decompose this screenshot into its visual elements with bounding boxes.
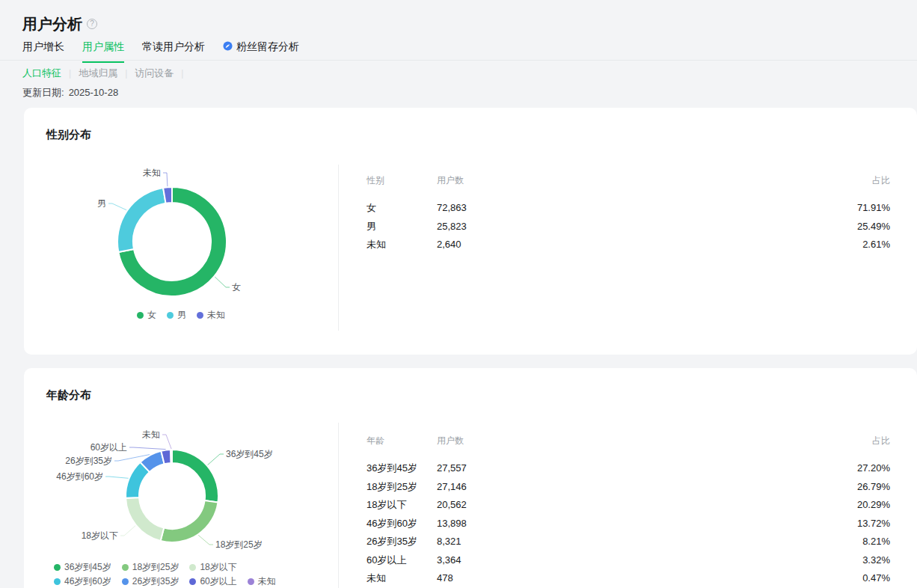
table-cell: 26岁到35岁 [367,533,437,551]
donut-slice[interactable] [161,500,218,542]
table-cell: 0.47% [862,569,890,588]
vertical-divider [338,165,339,331]
slice-label: 18岁以下 [82,530,118,541]
donut-slice[interactable] [117,188,166,252]
tab-label: 常读用户分析 [142,40,205,54]
gender-table: 性别用户数占比女72,86371.91%男25,82325.49%未知2,640… [367,174,890,254]
subtab-2[interactable]: 访问设备 [135,67,174,80]
slice-label: 未知 [142,429,160,440]
slice-label: 18岁到25岁 [215,539,263,550]
table-cell: 26.79% [857,478,890,497]
donut-slice[interactable] [171,450,172,463]
tab-label: 用户属性 [82,40,124,54]
legend-dot-icon [54,564,61,571]
table-cell: 36岁到45岁 [367,459,437,478]
table-row: 18岁到25岁27,14626.79% [367,478,890,497]
table-cell: 25,823 [437,218,527,236]
gender-distribution-card: 性别分布 女男未知 女男未知 性别用户数占比女72,86371.91%男25,8… [24,108,917,355]
table-cell: 2.61% [862,236,890,254]
slice-label: 60岁以上 [91,442,127,453]
column-header: 占比 [872,434,890,447]
table-cell: 未知 [367,236,437,254]
legend-label: 36岁到45岁 [64,561,111,574]
legend-item[interactable]: 60岁以上 [189,575,236,588]
age-donut-chart[interactable]: 36岁到45岁18岁到25岁18岁以下46岁到60岁26岁到35岁60岁以上未知 [24,368,338,588]
label-line [129,447,166,450]
sub-tabs: 人口特征|地域归属|访问设备| [22,67,191,80]
column-header: 用户数 [437,434,527,447]
slice-label: 26岁到35岁 [65,456,112,466]
legend-item[interactable]: 未知 [248,575,276,588]
legend-dot-icon [122,564,129,571]
legend-item[interactable]: 男 [167,309,186,322]
legend-label: 男 [177,309,186,322]
table-cell: 478 [437,569,527,588]
table-cell: 27,557 [437,459,527,478]
fan-retention-badge-icon [223,41,233,51]
gender-legend: 女男未知 [24,309,338,322]
subtab-0[interactable]: 人口特征 [22,67,61,80]
donut-slice[interactable] [172,450,218,503]
legend-label: 未知 [207,309,225,322]
label-line [208,454,224,465]
table-cell: 18岁以下 [367,496,437,515]
column-header: 用户数 [437,174,527,187]
table-row: 26岁到35岁8,3218.21% [367,533,890,551]
legend-item[interactable]: 26岁到35岁 [122,575,180,588]
table-cell: 71.91% [857,199,890,218]
tab-label: 粉丝留存分析 [236,40,299,54]
slice-label: 男 [97,198,106,209]
legend-dot-icon [248,578,254,585]
label-line [162,435,171,449]
help-icon[interactable]: ? [87,19,97,29]
table-header: 性别用户数占比 [367,174,890,187]
subtab-1[interactable]: 地域归属 [79,67,117,80]
age-legend: 36岁到45岁18岁到25岁18岁以下46岁到60岁26岁到35岁60岁以上未知 [54,561,301,588]
table-cell: 8,321 [437,533,527,551]
table-row: 46岁到60岁13,89813.72% [367,515,890,533]
table-cell: 27.20% [857,459,890,478]
legend-label: 18岁以下 [200,561,236,574]
legend-item[interactable]: 18岁以下 [189,561,236,574]
table-row: 未知4780.47% [367,569,890,588]
table-cell: 未知 [367,569,437,588]
slice-label: 未知 [143,168,161,178]
table-row: 36岁到45岁27,55727.20% [367,459,890,478]
legend-dot-icon [54,578,61,585]
tabbar-divider [0,60,917,61]
legend-dot-icon [189,578,196,585]
page-title: 用户分析 [22,14,82,34]
age-distribution-card: 年龄分布 36岁到45岁18岁到25岁18岁以下46岁到60岁26岁到35岁60… [24,368,917,588]
table-header: 年龄用户数占比 [367,434,890,447]
subtab-separator: | [69,68,71,79]
table-row: 女72,86371.91% [367,199,890,218]
table-cell: 60岁以上 [367,551,437,570]
table-cell: 72,863 [437,199,527,218]
donut-slice[interactable] [126,497,164,541]
legend-item[interactable]: 女 [137,309,156,322]
subtab-separator: | [181,68,183,79]
label-line [198,535,213,545]
vertical-divider [338,423,339,588]
label-line [120,526,135,536]
legend-label: 46岁到60岁 [64,575,111,588]
table-row: 未知2,6402.61% [367,236,890,254]
table-row: 60岁以上3,3643.32% [367,551,890,570]
legend-label: 26岁到35岁 [132,575,180,588]
legend-item[interactable]: 18岁到25岁 [122,561,180,574]
legend-item[interactable]: 46岁到60岁 [54,575,111,588]
legend-label: 女 [147,309,156,322]
table-cell: 13,898 [437,515,527,533]
legend-dot-icon [189,564,196,571]
slice-label: 女 [232,282,241,293]
update-date-row: 更新日期:2025-10-28 [22,86,118,99]
legend-item[interactable]: 未知 [197,309,225,322]
table-cell: 27,146 [437,478,527,497]
legend-dot-icon [167,312,174,319]
legend-label: 60岁以上 [200,575,236,588]
table-cell: 2,640 [437,236,527,254]
legend-dot-icon [122,578,129,585]
legend-dot-icon [137,312,144,319]
legend-item[interactable]: 36岁到45岁 [54,561,111,574]
label-line [108,203,126,210]
